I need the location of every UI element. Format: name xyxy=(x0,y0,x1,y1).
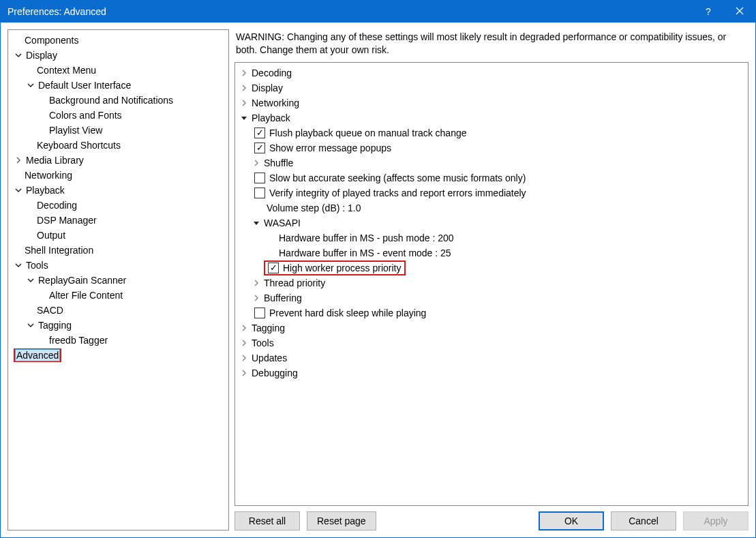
group-decoding[interactable]: Decoding xyxy=(239,65,744,80)
nav-decoding[interactable]: Decoding xyxy=(8,198,228,213)
checkbox-icon[interactable] xyxy=(254,188,265,198)
group-buffering[interactable]: Buffering xyxy=(239,290,744,305)
setting-show-error-popups[interactable]: ✓Show error message popups xyxy=(239,140,744,155)
setting-verify-integrity[interactable]: Verify integrity of played tracks and re… xyxy=(239,185,744,200)
chevron-right-icon[interactable] xyxy=(252,278,261,288)
checkbox-icon[interactable]: ✓ xyxy=(254,143,265,153)
nav-output[interactable]: Output xyxy=(8,228,228,243)
chevron-down-icon[interactable] xyxy=(26,320,35,330)
reset-page-button[interactable]: Reset page xyxy=(307,511,376,530)
chevron-right-icon[interactable] xyxy=(239,338,249,348)
setting-slow-seeking[interactable]: Slow but accurate seeking (affects some … xyxy=(239,170,744,185)
chevron-right-icon[interactable] xyxy=(239,68,249,78)
chevron-right-icon[interactable] xyxy=(239,98,249,108)
window-title: Preferences: Advanced xyxy=(7,6,693,17)
chevron-right-icon[interactable] xyxy=(239,368,249,378)
nav-components[interactable]: Components xyxy=(8,33,228,48)
nav-playback[interactable]: Playback xyxy=(8,183,228,198)
chevron-down-icon[interactable] xyxy=(252,218,261,228)
nav-media-library[interactable]: Media Library xyxy=(8,153,228,168)
group-debugging[interactable]: Debugging xyxy=(239,365,744,380)
chevron-right-icon[interactable] xyxy=(252,158,261,168)
chevron-right-icon[interactable] xyxy=(14,155,23,165)
group-playback[interactable]: Playback xyxy=(239,110,744,125)
group-wasapi[interactable]: WASAPI xyxy=(239,215,744,230)
chevron-down-icon[interactable] xyxy=(14,260,23,270)
content-panel: WARNING: Changing any of these settings … xyxy=(235,29,749,530)
nav-advanced[interactable]: Advanced xyxy=(8,348,228,363)
nav-bg-notifications[interactable]: Background and Notifications xyxy=(8,93,228,108)
setting-hw-buffer-push[interactable]: Hardware buffer in MS - push mode : 200 xyxy=(239,230,744,245)
button-row: Reset all Reset page OK Cancel Apply xyxy=(235,506,749,530)
ok-button[interactable]: OK xyxy=(539,511,604,530)
chevron-right-icon[interactable] xyxy=(239,323,249,333)
nav-playlist-view[interactable]: Playlist View xyxy=(8,123,228,138)
chevron-right-icon[interactable] xyxy=(239,83,249,93)
nav-dsp-manager[interactable]: DSP Manager xyxy=(8,213,228,228)
help-icon: ? xyxy=(706,6,711,17)
advanced-settings-tree[interactable]: Decoding Display Networking Playback ✓Fl… xyxy=(235,62,749,506)
checkbox-icon[interactable] xyxy=(254,173,265,183)
chevron-down-icon[interactable] xyxy=(239,113,249,123)
setting-high-worker-priority[interactable]: ✓ High worker process priority xyxy=(239,260,744,275)
warning-text: WARNING: Changing any of these settings … xyxy=(235,29,749,62)
nav-networking[interactable]: Networking xyxy=(8,168,228,183)
setting-hw-buffer-event[interactable]: Hardware buffer in MS - event mode : 25 xyxy=(239,245,744,260)
group-tools[interactable]: Tools xyxy=(239,335,744,350)
nav-replaygain-scanner[interactable]: ReplayGain Scanner xyxy=(8,273,228,288)
chevron-right-icon[interactable] xyxy=(252,293,261,303)
nav-default-ui[interactable]: Default User Interface xyxy=(8,78,228,93)
titlebar[interactable]: Preferences: Advanced ? xyxy=(1,1,755,23)
nav-freedb-tagger[interactable]: freedb Tagger xyxy=(8,333,228,348)
group-display[interactable]: Display xyxy=(239,80,744,95)
nav-display[interactable]: Display xyxy=(8,48,228,63)
checkbox-icon[interactable]: ✓ xyxy=(268,263,279,273)
setting-prevent-sleep[interactable]: Prevent hard disk sleep while playing xyxy=(239,305,744,320)
nav-shell-integration[interactable]: Shell Integration xyxy=(8,243,228,258)
cancel-button[interactable]: Cancel xyxy=(611,511,676,530)
nav-alter-file-content[interactable]: Alter File Content xyxy=(8,288,228,303)
chevron-right-icon[interactable] xyxy=(239,353,249,363)
setting-volume-step[interactable]: Volume step (dB) : 1.0 xyxy=(239,200,744,215)
dialog-body: Components Display Context Menu Default … xyxy=(1,23,755,537)
nav-colors-fonts[interactable]: Colors and Fonts xyxy=(8,108,228,123)
checkbox-icon[interactable]: ✓ xyxy=(254,128,265,138)
nav-tagging[interactable]: Tagging xyxy=(8,318,228,333)
chevron-down-icon[interactable] xyxy=(14,185,23,195)
reset-all-button[interactable]: Reset all xyxy=(235,511,300,530)
nav-sacd[interactable]: SACD xyxy=(8,303,228,318)
apply-button[interactable]: Apply xyxy=(683,511,749,530)
setting-flush-queue[interactable]: ✓Flush playback queue on manual track ch… xyxy=(239,125,744,140)
chevron-down-icon[interactable] xyxy=(14,50,23,60)
group-shuffle[interactable]: Shuffle xyxy=(239,155,744,170)
chevron-down-icon[interactable] xyxy=(26,80,35,90)
preferences-window: Preferences: Advanced ? Components Displ… xyxy=(0,0,756,538)
close-button[interactable] xyxy=(724,1,755,23)
nav-context-menu[interactable]: Context Menu xyxy=(8,63,228,78)
chevron-down-icon[interactable] xyxy=(26,275,35,285)
nav-keyboard-shortcuts[interactable]: Keyboard Shortcuts xyxy=(8,138,228,153)
close-icon xyxy=(736,6,744,17)
checkbox-icon[interactable] xyxy=(254,308,265,318)
help-button[interactable]: ? xyxy=(693,1,724,23)
group-networking[interactable]: Networking xyxy=(239,95,744,110)
nav-tree[interactable]: Components Display Context Menu Default … xyxy=(7,29,229,530)
nav-tools[interactable]: Tools xyxy=(8,258,228,273)
group-thread-priority[interactable]: Thread priority xyxy=(239,275,744,290)
group-updates[interactable]: Updates xyxy=(239,350,744,365)
group-tagging[interactable]: Tagging xyxy=(239,320,744,335)
